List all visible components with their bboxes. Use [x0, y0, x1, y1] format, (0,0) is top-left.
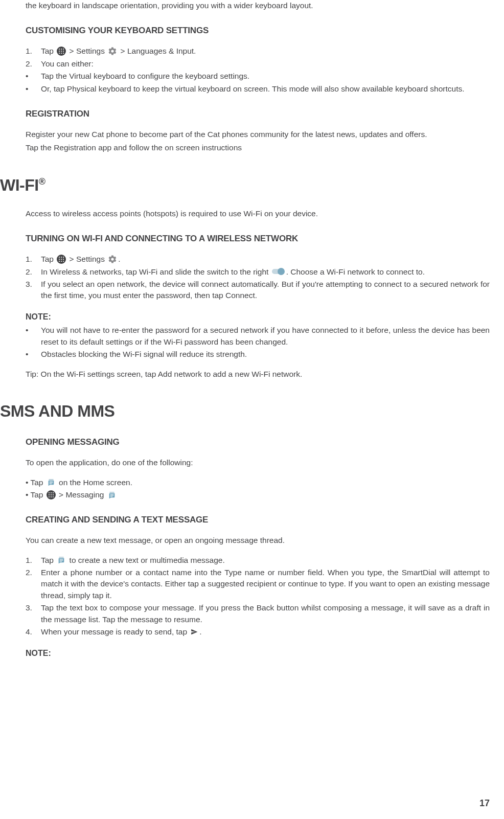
messaging-icon — [107, 490, 117, 499]
registration-p1: Register your new Cat phone to become pa… — [26, 129, 490, 140]
send-icon — [190, 628, 198, 636]
wifi-notes: • You will not have to re-enter the pass… — [26, 325, 490, 360]
heading-wifi: WI-FI® — [0, 173, 504, 197]
list-item: 4. When your message is ready to send, t… — [26, 626, 490, 638]
creating-intro: You can create a new text message, or op… — [26, 535, 490, 546]
heading-customising: CUSTOMISING YOUR KEYBOARD SETTINGS — [26, 25, 490, 37]
wifi-steps: 1. Tap > Settings . 2. In Wireless & net… — [26, 254, 490, 302]
heading-turning-on-wifi: TURNING ON WI-FI AND CONNECTING TO A WIR… — [26, 233, 490, 245]
customising-list: 1. Tap > Settings > Languages & Input. 2… — [26, 46, 490, 95]
gear-icon — [108, 47, 117, 56]
messaging-icon — [57, 555, 66, 564]
note-heading: NOTE: — [26, 311, 490, 323]
heading-creating-sending: CREATING AND SENDING A TEXT MESSAGE — [26, 514, 490, 527]
note-heading-sms: NOTE: — [26, 647, 490, 659]
opening-intro: To open the application, do one of the f… — [26, 457, 490, 468]
wifi-tip: Tip: On the Wi-Fi settings screen, tap A… — [26, 369, 490, 380]
list-item: 1. Tap to create a new text or multimedi… — [26, 555, 490, 566]
messaging-icon — [47, 477, 56, 487]
apps-icon — [47, 490, 56, 499]
wifi-intro: Access to wireless access points (hotspo… — [26, 208, 490, 219]
list-item: • Tap on the Home screen. — [26, 477, 490, 488]
top-paragraph: the keyboard in landscape orientation, p… — [26, 0, 490, 11]
heading-registration: REGISTRATION — [26, 108, 490, 121]
list-item: 3. Tap the text box to compose your mess… — [26, 602, 490, 625]
list-item: • You will not have to re-enter the pass… — [26, 325, 490, 348]
list-item: • Or, tap Physical keyboard to keep the … — [26, 83, 490, 95]
list-item: 1. Tap > Settings > Languages & Input. — [26, 46, 490, 57]
toggle-on-icon — [272, 268, 285, 275]
gear-icon — [108, 255, 117, 264]
heading-opening-messaging: OPENING MESSAGING — [26, 436, 490, 449]
list-item: • Tap > Messaging — [26, 489, 490, 500]
list-item: 2. You can either: — [26, 58, 490, 70]
list-item: 1. Tap > Settings . — [26, 254, 490, 265]
registration-p2: Tap the Registration app and follow the … — [26, 142, 490, 153]
list-item: • Tap the Virtual keyboard to configure … — [26, 71, 490, 82]
list-item: • Obstacles blocking the Wi-Fi signal wi… — [26, 349, 490, 360]
heading-sms-mms: SMS AND MMS — [0, 399, 504, 423]
creating-steps: 1. Tap to create a new text or multimedi… — [26, 555, 490, 638]
list-item: 2. In Wireless & networks, tap Wi-Fi and… — [26, 266, 490, 278]
apps-icon — [57, 47, 66, 56]
apps-icon — [57, 255, 66, 264]
list-item: 2. Enter a phone number or a contact nam… — [26, 567, 490, 601]
opening-bullets: • Tap on the Home screen. • Tap > Messag… — [26, 477, 490, 501]
page-number: 17 — [479, 797, 490, 810]
list-item: 3. If you select an open network, the de… — [26, 279, 490, 302]
